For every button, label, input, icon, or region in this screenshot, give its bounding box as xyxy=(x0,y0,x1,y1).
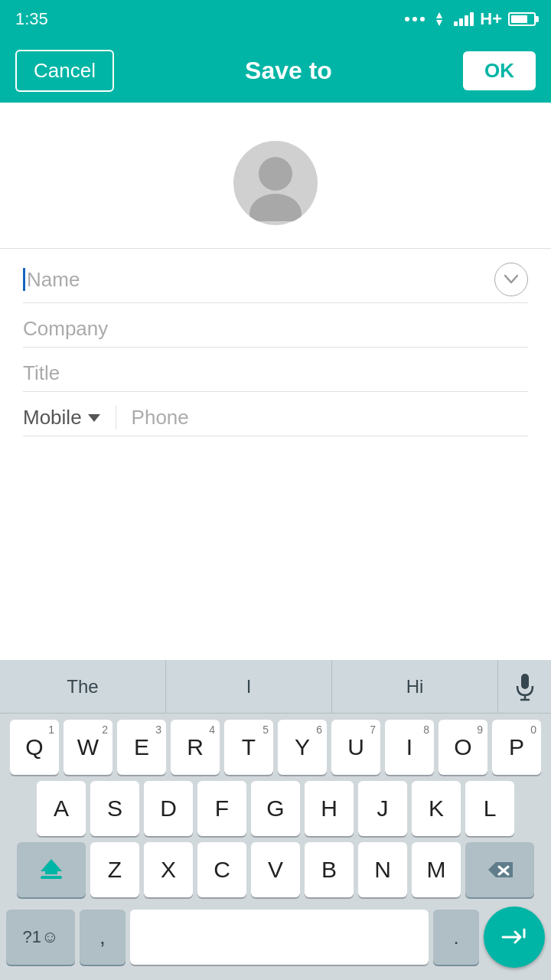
key-t[interactable]: 5T xyxy=(224,720,273,775)
key-j[interactable]: J xyxy=(358,781,407,836)
svg-marker-1 xyxy=(436,20,442,26)
cancel-button[interactable]: Cancel xyxy=(15,50,114,92)
svg-marker-0 xyxy=(436,12,442,18)
name-input[interactable] xyxy=(27,268,494,292)
svg-rect-4 xyxy=(521,674,529,689)
key-n[interactable]: N xyxy=(358,842,407,897)
key-row-2: A S D F G H J K L xyxy=(3,781,548,836)
key-r[interactable]: 4R xyxy=(171,720,220,775)
key-h[interactable]: H xyxy=(305,781,354,836)
key-m[interactable]: M xyxy=(412,842,461,897)
period-key[interactable]: . xyxy=(433,910,479,965)
key-l[interactable]: L xyxy=(465,781,514,836)
company-field xyxy=(23,303,528,348)
key-y[interactable]: 6Y xyxy=(278,720,327,775)
key-a[interactable]: A xyxy=(37,781,86,836)
phone-input[interactable] xyxy=(132,406,528,430)
key-c[interactable]: C xyxy=(197,842,246,897)
avatar-icon xyxy=(237,145,314,221)
battery-icon xyxy=(508,12,536,26)
key-row-3: Z X C V B N M xyxy=(3,842,548,897)
network-type-label: H+ xyxy=(480,9,502,29)
avatar[interactable] xyxy=(233,141,318,225)
key-q[interactable]: 1Q xyxy=(10,720,59,775)
status-icons: H+ xyxy=(405,9,536,29)
page-title: Save to xyxy=(245,57,332,85)
enter-key[interactable] xyxy=(484,906,545,968)
key-row-1: 1Q 2W 3E 4R 5T 6Y 7U 8I 9O 0P xyxy=(3,720,548,775)
key-k[interactable]: K xyxy=(412,781,461,836)
form-content: Mobile xyxy=(0,103,551,436)
key-z[interactable]: Z xyxy=(90,842,139,897)
signal-icon xyxy=(454,12,474,26)
suggestions-row: The I Hi xyxy=(0,660,551,714)
comma-key[interactable]: , xyxy=(80,910,126,965)
enter-icon xyxy=(500,926,529,948)
key-x[interactable]: X xyxy=(144,842,193,897)
backspace-icon xyxy=(485,859,514,880)
num-sym-key[interactable]: ?1☺ xyxy=(6,910,75,965)
phone-row: Mobile xyxy=(23,392,528,436)
microphone-button[interactable] xyxy=(497,660,551,713)
phone-type-label: Mobile xyxy=(23,406,82,430)
keyboard-keys: 1Q 2W 3E 4R 5T 6Y 7U 8I 9O 0P A S D F G … xyxy=(0,714,551,980)
svg-point-3 xyxy=(249,194,302,221)
phone-type-chevron-icon xyxy=(88,414,100,422)
suggestion-i[interactable]: I xyxy=(165,660,331,713)
top-bar: Cancel Save to OK xyxy=(0,38,551,103)
status-bar: 1:35 H+ xyxy=(0,0,551,38)
key-s[interactable]: S xyxy=(90,781,139,836)
space-key[interactable] xyxy=(130,910,429,965)
keyboard: The I Hi 1Q 2W 3E 4R 5T 6Y 7U 8I xyxy=(0,660,551,980)
network-dots-icon xyxy=(405,17,425,21)
phone-type-selector[interactable]: Mobile xyxy=(23,406,116,430)
company-input[interactable] xyxy=(23,317,528,341)
key-w[interactable]: 2W xyxy=(64,720,112,775)
key-e[interactable]: 3E xyxy=(117,720,166,775)
mic-icon xyxy=(514,672,536,701)
bottom-row: ?1☺ , . xyxy=(3,903,548,977)
key-g[interactable]: G xyxy=(251,781,300,836)
suggestion-hi[interactable]: Hi xyxy=(331,660,497,713)
shift-arrow-icon xyxy=(41,859,62,871)
avatar-container[interactable] xyxy=(23,126,528,248)
key-o[interactable]: 9O xyxy=(439,720,487,775)
shift-key[interactable] xyxy=(17,842,86,897)
key-i[interactable]: 8I xyxy=(385,720,434,775)
key-v[interactable]: V xyxy=(251,842,300,897)
data-transfer-icon xyxy=(431,11,448,28)
shift-underline xyxy=(41,876,62,879)
cursor-indicator xyxy=(23,268,25,291)
name-dropdown-button[interactable] xyxy=(494,263,528,296)
backspace-key[interactable] xyxy=(465,842,534,897)
key-b[interactable]: B xyxy=(305,842,354,897)
ok-button[interactable]: OK xyxy=(463,51,536,90)
key-d[interactable]: D xyxy=(144,781,193,836)
key-f[interactable]: F xyxy=(197,781,246,836)
title-input[interactable] xyxy=(23,361,528,385)
status-time: 1:35 xyxy=(15,9,48,29)
chevron-down-icon xyxy=(504,275,518,284)
name-field-row xyxy=(23,249,528,303)
svg-point-2 xyxy=(259,157,292,191)
title-field xyxy=(23,348,528,392)
suggestion-the[interactable]: The xyxy=(0,660,165,713)
key-u[interactable]: 7U xyxy=(331,720,380,775)
key-p[interactable]: 0P xyxy=(492,720,541,775)
